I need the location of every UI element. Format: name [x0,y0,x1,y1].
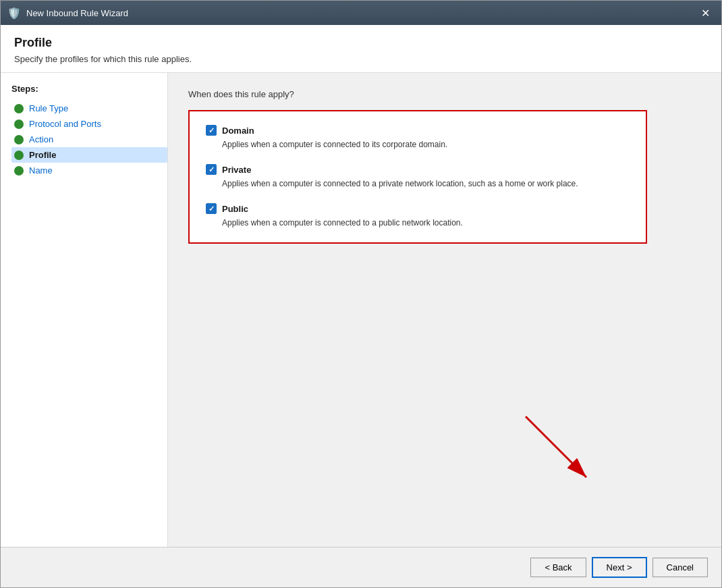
sidebar-label-action: Action [29,134,53,144]
sidebar-label-rule-type: Rule Type [29,103,68,113]
sidebar-item-rule-type[interactable]: Rule Type [11,101,167,116]
window: 🛡️ New Inbound Rule Wizard ✕ Profile Spe… [0,0,722,588]
profile-option-domain: Domain Applies when a computer is connec… [206,125,630,151]
close-button[interactable]: ✕ [696,5,715,20]
question-text: When does this rule apply? [188,89,701,99]
cancel-button[interactable]: Cancel [652,558,708,577]
title-bar: 🛡️ New Inbound Rule Wizard ✕ [1,1,721,25]
public-checkbox-row: Public [206,203,630,214]
content-area: Steps: Rule Type Protocol and Ports Acti… [1,73,721,547]
sidebar-item-profile[interactable]: Profile [11,147,167,163]
domain-label: Domain [222,126,254,136]
step-dot-action [14,135,24,144]
page-title: Profile [14,36,708,50]
page-subtitle: Specify the profiles for which this rule… [14,54,708,64]
main-content: When does this rule apply? Domain Applie… [168,73,721,547]
private-description: Applies when a computer is connected to … [222,178,630,190]
sidebar-item-protocol-ports[interactable]: Protocol and Ports [11,116,167,132]
footer: < Back Next > Cancel [1,547,721,587]
step-dot-name [14,166,24,176]
title-bar-left: 🛡️ New Inbound Rule Wizard [7,6,128,20]
private-label: Private [222,165,251,175]
sidebar-label-name: Name [29,165,53,176]
sidebar-label-profile: Profile [29,150,56,160]
header-area: Profile Specify the profiles for which t… [1,25,721,73]
window-icon: 🛡️ [7,6,21,20]
step-dot-profile [14,151,24,160]
domain-description: Applies when a computer is connected to … [222,138,630,151]
sidebar-item-name[interactable]: Name [11,163,167,178]
domain-checkbox[interactable] [206,125,217,136]
public-label: Public [222,204,248,214]
steps-label: Steps: [11,84,167,94]
private-checkbox[interactable] [206,164,217,175]
svg-line-1 [526,417,586,477]
sidebar: Steps: Rule Type Protocol and Ports Acti… [1,73,168,547]
step-dot-rule-type [14,104,24,113]
arrow-indicator [519,410,600,493]
domain-checkbox-row: Domain [206,125,630,136]
public-checkbox[interactable] [206,203,217,214]
sidebar-label-protocol-ports: Protocol and Ports [29,119,101,129]
back-button[interactable]: < Back [530,558,586,577]
window-title: New Inbound Rule Wizard [26,8,128,18]
profiles-box: Domain Applies when a computer is connec… [188,110,647,244]
next-button[interactable]: Next > [592,557,647,578]
private-checkbox-row: Private [206,164,630,175]
sidebar-item-action[interactable]: Action [11,132,167,147]
step-dot-protocol-ports [14,119,24,129]
public-description: Applies when a computer is connected to … [222,217,630,229]
profile-option-public: Public Applies when a computer is connec… [206,203,630,229]
profile-option-private: Private Applies when a computer is conne… [206,164,630,190]
